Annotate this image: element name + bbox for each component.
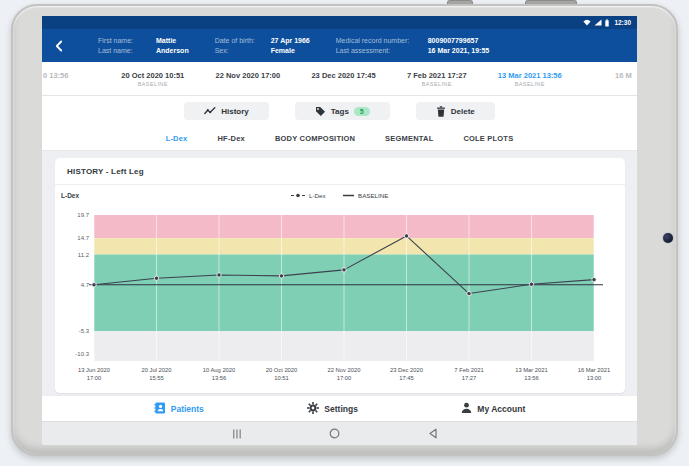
tab-segmental[interactable]: SEGMENTAL bbox=[385, 134, 433, 143]
patient-field-column: First name:MattieLast name:Anderson bbox=[98, 37, 189, 55]
field-label: Last name: bbox=[98, 47, 156, 55]
measurement-tab[interactable]: 7 Feb 2021 17:27BASELINE bbox=[407, 71, 467, 87]
patients-icon bbox=[154, 400, 166, 418]
trash-icon bbox=[436, 106, 446, 117]
patient-field: Medical record number:8009007799657 bbox=[336, 37, 490, 45]
tags-button[interactable]: Tags 5 bbox=[295, 102, 390, 120]
x-tick-time: 13:56 bbox=[524, 375, 539, 381]
baseline-label: BASELINE bbox=[138, 81, 168, 87]
field-label: First name: bbox=[98, 37, 156, 45]
y-tick-label: 11.2 bbox=[78, 252, 90, 258]
back-nav-button[interactable] bbox=[423, 427, 443, 441]
legend-dot bbox=[296, 194, 300, 198]
x-tick-date: 23 Dec 2020 bbox=[390, 367, 423, 373]
home-icon bbox=[329, 428, 340, 439]
wifi-icon bbox=[583, 19, 591, 26]
measurement-date: 23 Dec 2020 17:45 bbox=[311, 71, 375, 80]
chart-svg: 19.714.711.24.7-5.3-10.3L-DexL-DexBASELI… bbox=[55, 185, 625, 385]
measurement-tab[interactable]: 13 Mar 2021 13:56BASELINE bbox=[498, 71, 562, 87]
x-tick-time: 17:45 bbox=[399, 375, 414, 381]
clock: 12:30 bbox=[614, 19, 631, 26]
android-nav-bar bbox=[42, 421, 637, 445]
field-value: 8009007799657 bbox=[428, 37, 479, 45]
field-value: 16 Mar 2021, 19:55 bbox=[428, 47, 490, 55]
patient-header: First name:MattieLast name:AndersonDate … bbox=[42, 29, 637, 62]
back-button[interactable] bbox=[42, 29, 76, 62]
measurement-strip: 0 13:56 20 Oct 2020 10:51BASELINE22 Nov … bbox=[42, 62, 637, 96]
data-point bbox=[342, 268, 346, 272]
patient-fields: First name:MattieLast name:AndersonDate … bbox=[98, 37, 489, 55]
chart-card-header: HISTORY - Left Leg bbox=[55, 158, 625, 185]
ldex-history-chart[interactable]: 19.714.711.24.7-5.3-10.3L-DexL-DexBASELI… bbox=[55, 185, 625, 393]
battery-icon bbox=[605, 19, 609, 27]
x-tick-time: 13:56 bbox=[212, 375, 227, 381]
field-value: 27 Apr 1966 bbox=[271, 37, 310, 45]
recent-apps-button[interactable] bbox=[227, 427, 247, 441]
nav-item-patients[interactable]: Patients bbox=[154, 400, 204, 418]
measurement-tab[interactable]: 23 Dec 2020 17:45 bbox=[311, 71, 375, 87]
y-tick-label: 4.7 bbox=[81, 282, 90, 288]
tab-cole-plots[interactable]: COLE PLOTS bbox=[463, 134, 513, 143]
account-icon bbox=[461, 400, 472, 418]
patient-field: Last name:Anderson bbox=[98, 47, 189, 55]
field-value: Anderson bbox=[156, 47, 189, 55]
main-content: HISTORY - Left Leg 19.714.711.24.7-5.3-1… bbox=[42, 151, 637, 395]
x-tick-time: 17:00 bbox=[87, 375, 102, 381]
signal-icon bbox=[594, 19, 602, 26]
field-value: Mattie bbox=[156, 37, 176, 45]
measurement-date: 22 Nov 2020 17:00 bbox=[216, 71, 281, 80]
x-tick-time: 15:55 bbox=[149, 375, 164, 381]
measurement-date: 20 Oct 2020 10:51 bbox=[121, 71, 184, 80]
data-point bbox=[279, 274, 283, 278]
nav-item-my-account[interactable]: My Account bbox=[461, 400, 525, 418]
status-bar: 12:30 bbox=[42, 16, 637, 29]
x-tick-date: 13 Mar 2021 bbox=[515, 367, 548, 373]
delete-button-label: Delete bbox=[451, 107, 475, 116]
data-point bbox=[467, 291, 471, 295]
chart-title: HISTORY - Left Leg bbox=[67, 167, 144, 176]
y-tick-label: 14.7 bbox=[77, 235, 89, 241]
nav-item-label: My Account bbox=[477, 404, 525, 414]
baseline-label: BASELINE bbox=[422, 81, 452, 87]
data-point bbox=[404, 234, 408, 238]
patient-field: First name:Mattie bbox=[98, 37, 189, 45]
tab-body-composition[interactable]: BODY COMPOSITION bbox=[275, 134, 355, 143]
nav-item-settings[interactable]: Settings bbox=[307, 400, 358, 418]
data-point bbox=[217, 273, 221, 277]
field-label: Last assessment: bbox=[336, 47, 428, 55]
measurement-tab-partial-left[interactable]: 0 13:56 bbox=[43, 71, 83, 80]
measurement-tab[interactable]: 22 Nov 2020 17:00 bbox=[216, 71, 281, 87]
field-label: Date of birth: bbox=[215, 37, 271, 45]
x-tick-time: 17:00 bbox=[337, 375, 352, 381]
bottom-nav: PatientsSettingsMy Account bbox=[42, 395, 637, 421]
field-label: Medical record number: bbox=[336, 37, 428, 45]
measurement-tab[interactable]: 20 Oct 2020 10:51BASELINE bbox=[121, 71, 184, 87]
measurement-tab-partial-right[interactable]: 16 M bbox=[615, 71, 637, 80]
tab-hf-dex[interactable]: HF-Dex bbox=[217, 134, 244, 143]
patient-field-column: Medical record number:8009007799657Last … bbox=[336, 37, 490, 55]
y-tick-label: -10.3 bbox=[75, 351, 89, 357]
x-tick-date: 7 Feb 2021 bbox=[454, 367, 483, 373]
home-button[interactable] bbox=[325, 427, 345, 441]
x-tick-date: 20 Jul 2020 bbox=[142, 367, 172, 373]
legend-label-ldex: L-Dex bbox=[309, 192, 326, 199]
data-point bbox=[592, 277, 596, 281]
tab-l-dex[interactable]: L-Dex bbox=[166, 134, 188, 143]
history-button[interactable]: History bbox=[184, 102, 269, 120]
x-tick-time: 13:00 bbox=[587, 375, 602, 381]
nav-item-label: Settings bbox=[324, 404, 358, 414]
history-button-label: History bbox=[221, 107, 249, 116]
field-value: Female bbox=[271, 47, 295, 55]
patient-field: Last assessment:16 Mar 2021, 19:55 bbox=[336, 47, 490, 55]
tags-button-label: Tags bbox=[331, 107, 349, 116]
app-screen: 12:30 First name:MattieLast name:Anderso… bbox=[42, 16, 637, 445]
x-tick-time: 17:27 bbox=[462, 375, 477, 381]
y-tick-label: 19.7 bbox=[77, 212, 89, 218]
delete-button[interactable]: Delete bbox=[416, 102, 495, 120]
back-icon bbox=[428, 428, 438, 439]
history-chart-icon bbox=[204, 106, 216, 116]
settings-icon bbox=[307, 400, 319, 418]
x-tick-date: 20 Oct 2020 bbox=[266, 367, 298, 373]
field-label: Sex: bbox=[215, 47, 271, 55]
history-chart-card: HISTORY - Left Leg 19.714.711.24.7-5.3-1… bbox=[55, 158, 625, 393]
